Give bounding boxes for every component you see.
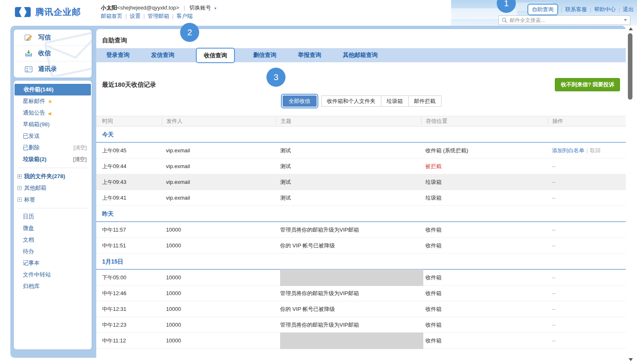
separator: | [172, 13, 173, 19]
empty-folder-button[interactable]: [清空] [73, 156, 87, 163]
filter-button-active[interactable]: 全部收信 [283, 95, 317, 107]
column-header: 操作 [548, 117, 626, 125]
table-row: 中午12:2310000管理员将你的邮箱升级为VIP邮箱收件箱-- [96, 317, 626, 333]
filter-button[interactable]: 邮件拦截 [409, 95, 442, 107]
app-label: 日历 [23, 213, 34, 220]
table-row: 中午11:5710000管理员将你的邮箱升级为VIP邮箱收件箱-- [96, 222, 626, 238]
group-date-row: 昨天 [96, 206, 626, 222]
tab-item[interactable]: 登录查询 [106, 51, 129, 59]
folder-list: 收件箱(146)星标邮件通知公告草稿箱(98)已发送已删除[清空]垃圾箱(2)[… [14, 84, 92, 165]
row-location: 收件箱 (系统拦截) [421, 147, 548, 154]
group-date-row: 1月15日 [96, 254, 626, 270]
manage-mail-link[interactable]: 管理邮箱 [148, 13, 169, 19]
scrollbar-thumb[interactable] [628, 33, 632, 100]
separator: | [561, 7, 562, 13]
tab-bar: 登录查询发信查询收信查询删信查询举报查询其他邮箱查询 [96, 48, 626, 62]
switch-account-link[interactable]: 切换账号 [189, 5, 211, 11]
self-service-query-link[interactable]: 自助查询 [532, 6, 554, 12]
page-title: 自助查询 [96, 29, 626, 44]
sidebar-tree-item[interactable]: 我的文件夹(278) [14, 171, 92, 182]
sidebar-folder-item[interactable]: 草稿箱(98) [14, 119, 92, 130]
no-action-dash: -- [552, 322, 556, 328]
compose-button[interactable]: 写信 [14, 29, 92, 45]
expander-icon[interactable] [17, 198, 22, 202]
sidebar-app-item[interactable]: 归档库 [14, 281, 92, 292]
row-time: 上午09:41 [96, 194, 162, 202]
help-center-link[interactable]: 帮助中心 [594, 6, 616, 13]
filter-button[interactable]: 垃圾箱 [381, 95, 409, 107]
tab-item[interactable]: 举报查询 [298, 51, 321, 59]
mail-home-link[interactable]: 邮箱首页 [101, 13, 122, 19]
sidebar-app-item[interactable]: 日历 [14, 211, 92, 222]
sidebar-tree-item[interactable]: 标签 [14, 194, 92, 205]
expander-icon[interactable] [17, 186, 22, 190]
settings-link[interactable]: 设置 [129, 13, 140, 19]
scroll-up-arrow[interactable] [629, 27, 633, 30]
row-location: 收件箱 [421, 305, 548, 313]
tab-item[interactable]: 发信查询 [151, 51, 174, 59]
sidebar-app-item[interactable]: 微盘 [14, 222, 92, 234]
column-header: 主题 [276, 117, 421, 125]
row-location: 收件箱 [421, 242, 548, 249]
sidebar-app-item[interactable]: 文件中转站 [14, 269, 92, 281]
location-value: 收件箱 [425, 274, 442, 281]
row-time: 上午09:44 [96, 163, 162, 170]
sidebar-folder-item[interactable]: 已删除[清空] [14, 142, 92, 154]
annotation-step-2: 2 [180, 23, 199, 42]
sidebar-app-item[interactable]: 记事本 [14, 257, 92, 269]
row-actions: -- [548, 227, 626, 233]
filter-button[interactable]: 收件箱和个人文件夹 [321, 95, 381, 107]
action-link[interactable]: 添加到白名单 [552, 147, 584, 154]
complain-button[interactable]: 收不到来信? 我要投诉 [555, 78, 620, 91]
contact-support-link[interactable]: 联系客服 [565, 6, 587, 13]
contacts-button[interactable]: 通讯录 [14, 61, 92, 77]
annotation-box-step2: 收信查询 [196, 48, 235, 63]
row-sender: vip.exmail [162, 163, 276, 169]
logout-link[interactable]: 退出 [623, 6, 634, 13]
row-sender: vip.exmail [162, 179, 276, 185]
separator: | [619, 7, 620, 13]
row-subject: 你的 VIP 帐号已被降级 [276, 242, 421, 249]
sidebar-folder-item[interactable]: 星标邮件 [14, 95, 92, 107]
search-dropdown-caret[interactable] [624, 19, 627, 21]
search-box[interactable] [498, 15, 630, 25]
row-sender: 10000 [162, 290, 276, 296]
row-location: 垃圾箱 [421, 178, 548, 186]
sidebar-folder-item[interactable]: 垃圾箱(2)[清空] [14, 154, 92, 165]
row-actions: 添加到白名单|取回 [548, 147, 626, 154]
chevron-down-icon [214, 7, 217, 10]
user-name: 小太阳 [101, 5, 117, 11]
row-sender: vip.exmail [162, 195, 276, 201]
section-title: 最近180天收信记录 [102, 81, 156, 89]
scrollbar[interactable] [627, 27, 634, 362]
app-label: 文档 [23, 236, 34, 244]
row-time: 下午05:00 [96, 274, 162, 281]
search-input[interactable] [510, 17, 624, 23]
receive-label: 收信 [38, 49, 51, 57]
tree-label: 我的文件夹(278) [24, 173, 65, 180]
sidebar-tree-item[interactable]: 其他邮箱 [14, 182, 92, 194]
row-sender: 10000 [162, 306, 276, 312]
sidebar-folder-item[interactable]: 已发送 [14, 130, 92, 142]
expander-icon[interactable] [17, 174, 22, 178]
folder-label: 收件箱(146) [24, 86, 54, 93]
sidebar-app-item[interactable]: 待办 [14, 246, 92, 257]
sidebar-app-item[interactable]: 文档 [14, 234, 92, 246]
no-action-dash: -- [552, 306, 556, 312]
no-action-dash: -- [552, 290, 556, 296]
receive-button[interactable]: 收信 [14, 45, 92, 61]
scroll-down-arrow[interactable] [629, 358, 633, 361]
sidebar-folder-item[interactable]: 通知公告 [14, 107, 92, 119]
user-info: 小太阳<shejhejeed@qyyxkf.top> | 切换账号 [101, 4, 217, 12]
tab-item[interactable]: 删信查询 [253, 51, 276, 59]
client-link[interactable]: 客户端 [176, 13, 193, 19]
separator: | [183, 5, 185, 11]
tab-item[interactable]: 其他邮箱查询 [343, 51, 378, 59]
app-label: 文件中转站 [23, 271, 51, 278]
row-location: 收件箱 [421, 337, 548, 344]
empty-folder-button[interactable]: [清空] [73, 144, 87, 151]
sidebar-folder-item[interactable]: 收件箱(146) [15, 84, 91, 95]
tab-active[interactable]: 收信查询 [204, 52, 227, 59]
folder-label: 垃圾箱(2) [23, 156, 46, 163]
row-time: 中午11:12 [96, 337, 162, 344]
